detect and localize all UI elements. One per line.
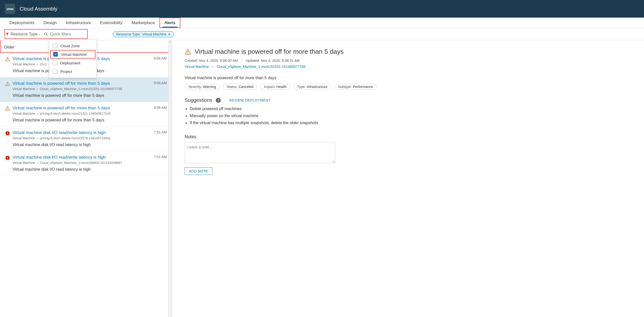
alert-time: 7:51 AM [149,130,167,134]
alert-list-pane: Older Virtual machine is powered off for… [0,40,172,317]
breadcrumb-separator-icon: » [212,65,214,69]
alert-detail-pane: Virtual machine is powered off for more … [172,40,644,317]
detail-summary: Virtual machine is powered off for more … [185,76,631,80]
alert-breadcrumb: Virtual Machine»pricing-ft-don't-delete-… [13,112,146,115]
breadcrumb-type[interactable]: Virtual Machine [185,65,209,69]
alert-item[interactable]: Virtual machine is powered off for more … [0,77,172,102]
alert-item[interactable]: Virtual machine disk I/O read/write late… [0,127,172,151]
suggestion-list: Delete powered off machinesManually powe… [185,107,631,125]
scrollbar[interactable]: ⌃ [168,40,172,317]
updated-value: Nov 4, 2020, 8:08:31 AM [261,59,300,63]
filter-bar: Resource Type ⌄ Cloud ZoneVirtual Machin… [0,28,644,40]
tag-value: Infrastructure [307,85,327,89]
tag-type: Type: Infrastructure [293,84,331,90]
warning-icon [5,106,10,111]
divider: | [241,59,242,63]
created-value: Nov 4, 2020, 8:06:00 AM [199,59,238,63]
tag-value: Performance [353,85,373,89]
alert-breadcrumb: Virtual Machine»Cloud_vSphere_Machine_1-… [13,87,146,91]
checkbox[interactable] [53,61,57,65]
checkbox[interactable] [53,69,57,74]
alert-title: Virtual machine disk I/O read/write late… [13,155,146,160]
breadcrumb-target[interactable]: Cloud_vSphere_Machine_1-mcm151531-151568… [217,65,305,69]
suggestion-item: Manually power on the virtual machine. [190,114,631,118]
tab-bar: DeploymentsDesignInfrastructureExtensibi… [0,18,644,28]
option-deployment[interactable]: Deployment [49,59,96,67]
tag-value: Health [276,85,286,89]
app-title: Cloud Assembly [20,6,58,12]
critical-icon [5,155,10,160]
warning-icon [185,49,191,55]
warning-icon [5,81,10,86]
chevron-down-icon: ⌄ [38,32,41,36]
alert-item[interactable]: Virtual machine disk I/O read/write late… [0,151,172,176]
tab-infrastructure[interactable]: Infrastructure [61,18,95,28]
suggestions-count-badge: 3 [216,98,221,103]
chip-label: Resource Type: [116,32,141,36]
option-label: Project [60,69,72,74]
tab-extensibility[interactable]: Extensibility [95,18,127,28]
tag-label: Status: [227,85,238,89]
tag-value: Warning [203,85,216,89]
resource-type-options: Cloud ZoneVirtual MachineDeploymentProje… [49,39,97,78]
chip-value: Virtual Machine [142,32,166,36]
alert-summary: Virtual machine is powered off for more … [13,118,146,122]
tab-alerts[interactable]: Alerts [159,18,180,28]
option-virtual-machine[interactable]: Virtual Machine [50,50,95,59]
resource-type-label: Resource Type [11,32,37,36]
option-label: Cloud Zone [60,44,80,48]
option-label: Deployment [60,61,80,65]
created-label: Created: [185,59,198,63]
search-icon [44,32,48,36]
add-note-button[interactable]: ADD NOTE [185,167,212,175]
tag-severity: Severity: Warning [185,84,220,90]
alert-time: 8:06 AM [149,106,167,110]
detail-breadcrumb: Virtual Machine » Cloud_vSphere_Machine_… [185,65,631,69]
alert-item[interactable]: Virtual machine is powered off for more … [0,102,172,127]
checkbox[interactable] [53,43,57,48]
tag-label: Subtype: [338,85,353,89]
suggestion-item: Delete powered off machines [190,107,631,111]
tab-marketplace[interactable]: Marketplace [127,18,159,28]
notes-textarea[interactable] [185,142,335,163]
alert-summary: Virtual machine disk I/O read latency is… [13,167,146,172]
filter-left-highlight: Resource Type ⌄ Cloud ZoneVirtual Machin… [5,29,88,39]
alert-breadcrumb: Virtual Machine»Cloud_vSphere_Machine_1-… [13,161,146,165]
detail-title: Virtual machine is powered off for more … [195,48,344,56]
tag-label: Severity: [188,85,203,89]
quick-filters-input[interactable] [50,32,85,36]
app-header: vmw Cloud Assembly [0,0,644,18]
alert-summary: Virtual machine disk I/O read latency is… [13,143,146,147]
vmware-logo: vmw [5,4,15,14]
checkbox[interactable] [53,52,58,57]
tag-label: Impact: [264,85,277,89]
close-icon[interactable] [168,33,171,36]
main-split: Older Virtual machine is powered off for… [0,40,644,317]
alert-time: 7:51 AM [149,155,167,159]
suggestions-title: Suggestions [185,97,212,103]
alert-summary: Virtual machine is powered off for more … [13,93,146,98]
tab-design[interactable]: Design [39,18,61,28]
notes-title: Notes [185,134,631,140]
option-cloud-zone[interactable]: Cloud Zone [49,41,96,50]
tag-row: Severity: WarningStatus: CanceledImpact:… [185,84,631,90]
filter-chip-resource-type: Resource Type: Virtual Machine [113,31,174,37]
tab-deployments[interactable]: Deployments [5,18,39,28]
alert-title: Virtual machine is powered off for more … [13,106,146,111]
alert-time: 8:06 AM [149,81,167,85]
warning-icon [5,57,10,62]
detail-dates: Created: Nov 4, 2020, 8:06:00 AM | Updat… [185,59,631,63]
tag-label: Type: [297,85,307,89]
scroll-up-icon[interactable]: ⌃ [169,41,171,44]
critical-icon [5,131,10,136]
option-label: Virtual Machine [61,52,87,57]
alert-time: 8:06 AM [149,56,167,60]
suggestion-item: If the virtual machine has multiple snap… [190,121,631,125]
alert-title: Virtual machine is powered off for more … [13,81,146,86]
alert-title: Virtual machine disk I/O read/write late… [13,130,146,135]
review-deployment-link[interactable]: REVIEW DEPLOYMENT [229,98,271,102]
option-project[interactable]: Project [49,67,96,76]
resource-type-dropdown[interactable]: Resource Type ⌄ [6,32,41,36]
alert-breadcrumb: Virtual Machine»pricing-ft-don't-delete-… [13,136,146,140]
tag-status: Status: Canceled [223,84,257,90]
